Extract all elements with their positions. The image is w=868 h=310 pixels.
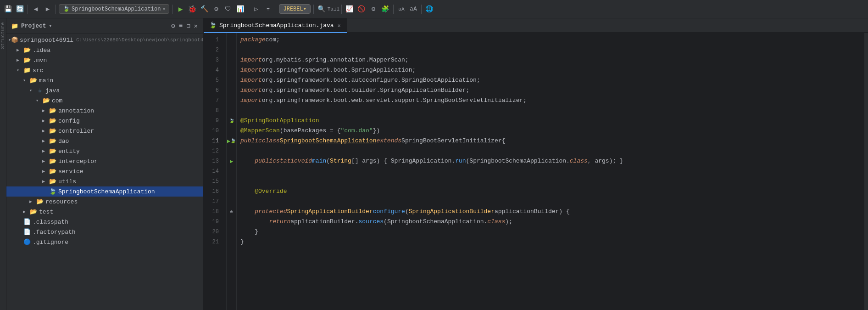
line-num-12: 12	[204, 146, 223, 156]
project-chevron[interactable]: ▾	[49, 23, 52, 29]
debug-button[interactable]: 🐞	[187, 4, 197, 14]
update-icon[interactable]: 🌐	[424, 4, 434, 14]
tree-item-src[interactable]: ▾ 📁 src	[6, 65, 203, 75]
gutter-run-icon-11[interactable]: ▶	[227, 138, 230, 145]
separator-2	[56, 5, 56, 14]
jrebel-button[interactable]: JREBEL▾	[279, 4, 310, 14]
tree-item-com[interactable]: ▾ 📂 com	[6, 96, 203, 106]
collapse-all-icon[interactable]: ⊟	[185, 21, 191, 31]
separator-6	[313, 5, 314, 14]
code-line-13: public static void main ( String [] args…	[240, 156, 864, 166]
arrow-service: ▶	[42, 169, 49, 174]
build-icon[interactable]: 🔨	[199, 4, 209, 14]
tree-item-java[interactable]: ▾ ☕ java	[6, 85, 203, 96]
gutter-row-11: ▶ 🍃	[227, 136, 236, 146]
code-line-10: @MapperScan (basePackages = { "com.dao" …	[240, 126, 864, 136]
gutter-spring-icon-9[interactable]: 🍃	[229, 118, 234, 124]
tree-item-test[interactable]: ▶ 📂 test	[6, 207, 203, 217]
project-panel: 📁 Project ▾ ⚙ ≡ ⊟ ✕ ▾ 📦 springboot4691l …	[6, 18, 204, 310]
tree-item-root[interactable]: ▾ 📦 springboot4691l C:\Users\22680\Deskt…	[6, 35, 203, 45]
folder-icon: 📁	[11, 23, 18, 30]
spring-app-icon: 🍃	[49, 188, 57, 195]
profile-icon[interactable]: 📊	[235, 4, 245, 14]
tree-item-idea[interactable]: ▶ 📂 .idea	[6, 45, 203, 55]
run-button[interactable]: ▶	[175, 4, 185, 14]
tree-item-main[interactable]: ▾ 📂 main	[6, 75, 203, 85]
rebuild-icon[interactable]: ⚙	[211, 4, 221, 14]
folder-service-icon: 📂	[49, 168, 57, 175]
back-icon[interactable]: ◀	[31, 4, 41, 14]
code-line-1: package com;	[240, 35, 864, 45]
tab-spring-icon: 🍃	[209, 22, 217, 29]
tree-item-utils[interactable]: ▶ 📂 utils	[6, 176, 203, 186]
line-num-14: 14	[204, 166, 223, 176]
gutter-row-12	[227, 146, 236, 156]
scroll-from-source-icon[interactable]: ≡	[178, 21, 184, 31]
tree-item-factorypath[interactable]: 📄 .factorypath	[6, 227, 203, 237]
sync-icon[interactable]: 🔄	[15, 4, 25, 14]
folder-dao-icon: 📂	[49, 137, 57, 145]
coverage2-icon[interactable]: ☂	[263, 4, 273, 14]
gear-icon[interactable]: ⚙	[170, 21, 176, 31]
refactor-icon[interactable]: ⚙	[368, 4, 378, 14]
forward-icon[interactable]: ▶	[43, 4, 53, 14]
tree-item-service[interactable]: ▶ 📂 service	[6, 166, 203, 176]
aa-increase-icon[interactable]: aA	[408, 4, 418, 14]
gutter-bookmark-18[interactable]: ⊕	[230, 209, 233, 214]
tail-icon[interactable]: Tail	[328, 4, 339, 14]
mark-icon[interactable]: 🚫	[356, 4, 367, 14]
gutter-row-2	[227, 45, 236, 55]
line-num-8: 8	[204, 106, 223, 116]
tree-item-interceptor[interactable]: ▶ 📂 interceptor	[6, 156, 203, 166]
code-editor: 1 2 3 4 5 6 7 8 9 10 11 12 13 14 15 16 1…	[204, 33, 868, 310]
plugin-icon[interactable]: 🧩	[380, 4, 390, 14]
tab-spring-app[interactable]: 🍃 SpringbootSchemaApplication.java ✕	[204, 18, 347, 33]
factorypath-icon: 📄	[23, 228, 31, 236]
run-config-button[interactable]: 🍃 SpringbootSchemaApplication ▾	[59, 4, 169, 14]
tree-item-controller[interactable]: ▶ 📂 controller	[6, 126, 203, 136]
tree-item-mvn[interactable]: ▶ 📂 .mvn	[6, 55, 203, 65]
aa-decrease-icon[interactable]: aA	[396, 4, 406, 14]
gutter: 🍃 ▶ 🍃 ▶ ⊕	[227, 33, 237, 310]
arrow-main: ▾	[23, 78, 29, 83]
gutter-row-14	[227, 166, 236, 176]
save-all-icon[interactable]: 💾	[3, 4, 13, 14]
tree-item-dao[interactable]: ▶ 📂 dao	[6, 136, 203, 146]
arrow-idea: ▶	[17, 47, 23, 53]
tree-item-gitignore[interactable]: 🔵 .gitignore	[6, 237, 203, 247]
line-num-10: 10	[204, 126, 223, 136]
line-num-3: 3	[204, 55, 223, 65]
folder-resources-icon: 📂	[36, 198, 44, 205]
run-ant-icon[interactable]: ▷	[251, 4, 261, 14]
close-panel-icon[interactable]: ✕	[193, 21, 199, 31]
code-line-2	[240, 45, 864, 55]
gutter-run-icon-13[interactable]: ▶	[230, 158, 233, 165]
analyze-icon[interactable]: 📈	[345, 4, 355, 14]
gutter-row-7	[227, 96, 236, 106]
right-scrollbar[interactable]	[864, 33, 868, 310]
gutter-row-16	[227, 186, 236, 197]
gutter-row-4	[227, 65, 236, 75]
line-numbers: 1 2 3 4 5 6 7 8 9 10 11 12 13 14 15 16 1…	[204, 33, 227, 310]
tree-item-annotation[interactable]: ▶ 📂 annotation	[6, 106, 203, 116]
search-icon[interactable]: 🔍	[317, 4, 327, 14]
tab-close-button[interactable]: ✕	[337, 22, 342, 29]
code-line-11: public class SpringbootSchemaApplication…	[240, 136, 864, 146]
structure-label[interactable]: Structure	[0, 22, 6, 49]
tree-item-resources[interactable]: ▶ 📂 resources	[6, 197, 203, 207]
separator-9	[421, 5, 422, 14]
arrow-com: ▾	[36, 98, 42, 103]
tree-item-entity[interactable]: ▶ 📂 entity	[6, 146, 203, 156]
tree-item-spring-app[interactable]: 🍃 SpringbootSchemaApplication	[6, 186, 203, 197]
gutter-spring-icon-11[interactable]: 🍃	[230, 138, 236, 144]
main-area: Structure 📁 Project ▾ ⚙ ≡ ⊟ ✕ ▾ 📦 spring…	[0, 18, 868, 310]
line-num-19: 19	[204, 217, 223, 227]
tree-item-config[interactable]: ▶ 📂 config	[6, 116, 203, 126]
code-line-9: @SpringBootApplication	[240, 116, 864, 126]
coverage-icon[interactable]: 🛡	[223, 4, 233, 14]
tree-item-classpath[interactable]: 📄 .classpath	[6, 217, 203, 227]
code-line-21: }	[240, 237, 864, 247]
code-content[interactable]: package com; import org.mybatis.spring.a…	[237, 33, 864, 310]
arrow-src: ▾	[17, 68, 23, 73]
structure-strip[interactable]: Structure	[0, 18, 6, 310]
